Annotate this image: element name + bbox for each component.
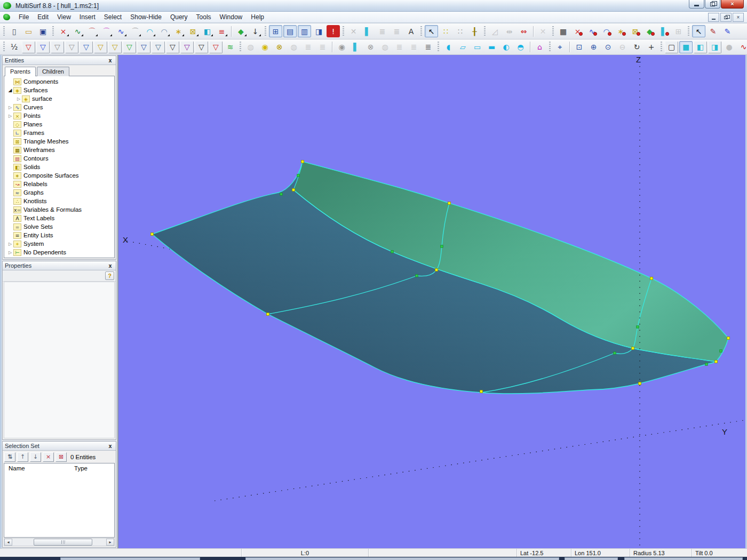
filter-trimeshes-button[interactable]: ▽ — [108, 41, 122, 53]
title-bar[interactable]: MultiSurf 8.8 - [ hull_1.ms2:1] × — [0, 0, 747, 12]
tree-item-frames[interactable]: ∟Frames — [4, 129, 114, 137]
pointer-mode-button[interactable]: ↖ — [425, 25, 438, 37]
insert-curve-button[interactable]: ∿ — [71, 25, 84, 37]
toolbar-separator[interactable] — [2, 42, 6, 52]
selection-clear-button[interactable]: ⊠ — [55, 452, 67, 462]
taskbar-window-button[interactable] — [245, 557, 559, 560]
filter-curves-button[interactable]: ▽ — [36, 41, 50, 53]
minimize-button[interactable] — [689, 0, 704, 9]
clip-view-button[interactable]: ✕ — [536, 25, 550, 37]
tree-item-contours[interactable]: ▤Contours — [4, 154, 114, 163]
menu-query[interactable]: Query — [166, 12, 192, 22]
show-surfaces-lamp-button[interactable]: ◍ — [287, 41, 300, 53]
entities-close-icon[interactable]: x — [107, 57, 114, 64]
scrollbar-track[interactable] — [12, 539, 106, 546]
measure-distance-button[interactable]: ⇔ — [517, 25, 530, 37]
column-header-name[interactable]: Name — [4, 465, 74, 471]
toggle-output-pane-button[interactable]: ◨ — [312, 25, 325, 37]
insert-surface-button[interactable]: ⌒ — [129, 25, 142, 37]
drag-trimesh-button[interactable]: ⊠ — [629, 25, 642, 37]
save-file-button[interactable]: ▣ — [36, 25, 50, 37]
rotate-view-button[interactable]: ↻ — [630, 41, 643, 53]
menu-file[interactable]: File — [14, 12, 33, 22]
hide-marked-lamp-button[interactable]: ⊗ — [364, 41, 377, 53]
view-front-button[interactable]: ◖ — [442, 41, 455, 53]
pan-view-button[interactable]: + — [645, 41, 658, 53]
tree-item-text-labels[interactable]: AText Labels — [4, 214, 114, 222]
drag-surface-button[interactable]: ◠ — [600, 25, 613, 37]
filter-stack-button[interactable]: ≋ — [224, 41, 237, 53]
view-starboard-button[interactable]: ▬ — [485, 41, 498, 53]
show-points-lamp-button[interactable]: ◉ — [258, 41, 272, 53]
properties-help-button[interactable]: ? — [105, 271, 114, 280]
selection-panel-titlebar[interactable]: Selection Set x — [3, 442, 116, 451]
toolbar-separator[interactable] — [239, 42, 242, 52]
hide-surfaces-lamp-button[interactable]: ◍ — [378, 41, 392, 53]
display-grid-button[interactable]: ▦ — [557, 25, 570, 37]
tree-item-components[interactable]: ⋈Components — [4, 77, 114, 86]
toggle-entities-pane-button[interactable]: ⊞ — [269, 25, 282, 37]
toolbar-separator[interactable] — [419, 26, 423, 37]
scrollbar-thumb[interactable] — [34, 539, 92, 546]
filter-snakes-button[interactable]: ▽ — [51, 41, 64, 53]
select-children-button[interactable]: ≣ — [390, 25, 403, 37]
insert-composite-button[interactable]: ∗ — [172, 25, 185, 37]
zoom-out-button[interactable]: ⊖ — [616, 41, 629, 53]
zoom-window-button[interactable]: ⊡ — [573, 41, 586, 53]
tree-item-relabels[interactable]: ↝Relabels — [4, 180, 114, 188]
filter-formulas-button[interactable]: ▽ — [195, 41, 208, 53]
new-file-button[interactable]: ▯ — [7, 25, 21, 37]
tree-item-composite-surfaces[interactable]: ∗Composite Surfaces — [4, 171, 114, 180]
error-report-button[interactable]: ! — [327, 25, 340, 37]
look-at-point-button[interactable]: ⌖ — [553, 41, 567, 53]
filter-knotlists-button[interactable]: ▽ — [123, 41, 136, 53]
insert-point-button[interactable]: × — [57, 25, 70, 37]
filter-frames-button[interactable]: ▽ — [137, 41, 150, 53]
toolbar-separator[interactable] — [341, 26, 345, 37]
show-entity-list-lamp-button[interactable]: ▌ — [349, 41, 363, 53]
toolbar-separator[interactable] — [51, 26, 55, 37]
deselect-all-button[interactable]: ✕ — [347, 25, 360, 37]
insert-solid-button[interactable]: ◧ — [201, 25, 214, 37]
scroll-left-icon[interactable]: ◂ — [4, 539, 12, 546]
selection-list-body[interactable] — [4, 474, 114, 537]
menu-tools[interactable]: Tools — [192, 12, 216, 22]
tree-item-surface[interactable]: ▷◈surface — [4, 94, 114, 103]
show-children-lamp-button[interactable]: ≣ — [316, 41, 329, 53]
menu-view[interactable]: View — [53, 12, 75, 22]
drag-curve-button[interactable]: ∿ — [585, 25, 599, 37]
mdi-restore-button[interactable] — [720, 13, 732, 22]
insert-surface2-button[interactable]: ◠ — [143, 25, 156, 37]
filter-points2-button[interactable]: ▽ — [166, 41, 179, 53]
selection-horizontal-scrollbar[interactable]: ◂ ▸ — [4, 538, 115, 546]
tree-item-points[interactable]: ▷×Points — [4, 111, 114, 120]
expander-collapsed-icon[interactable]: ▷ — [7, 250, 13, 255]
tab-children[interactable]: Children — [37, 67, 69, 76]
tree-item-graphs[interactable]: ≈Graphs — [4, 188, 114, 197]
tree-item-knotlists[interactable]: ∴Knotlists — [4, 197, 114, 205]
expander-expanded-icon[interactable]: ◢ — [7, 87, 13, 93]
snap-grid-button[interactable]: ∷ — [439, 25, 452, 37]
mdi-minimize-button[interactable] — [708, 13, 719, 22]
select-parents-button[interactable]: ≣ — [376, 25, 389, 37]
zoom-previous-button[interactable]: ⊙ — [601, 41, 615, 53]
measure-span-button[interactable]: ⇹ — [503, 25, 516, 37]
entities-panel-titlebar[interactable]: Entities x — [3, 56, 116, 65]
selection-move-down-button[interactable]: ↓ — [30, 452, 41, 462]
filter-solids-button[interactable]: ▽ — [80, 41, 93, 53]
render-wireframe-button[interactable]: ▢ — [665, 41, 678, 53]
taskbar-window-button[interactable] — [60, 557, 200, 560]
snap-axes-button[interactable]: ╂ — [468, 25, 481, 37]
restore-button[interactable] — [705, 0, 720, 9]
close-button[interactable]: × — [721, 0, 744, 9]
filter-composites-button[interactable]: ▽ — [94, 41, 107, 53]
view-bottom-button[interactable]: ◓ — [514, 41, 527, 53]
toggle-selection-pane-button[interactable]: ▥ — [298, 25, 311, 37]
toolbar-separator[interactable] — [436, 42, 440, 52]
insert-more-button[interactable]: ↓ — [249, 25, 262, 37]
toolbar-separator[interactable] — [264, 26, 267, 37]
toolbar-separator[interactable] — [483, 26, 487, 37]
menu-select[interactable]: Select — [100, 12, 126, 22]
filter-graphs-button[interactable]: ▽ — [152, 41, 165, 53]
toolbar-separator[interactable] — [548, 42, 552, 52]
